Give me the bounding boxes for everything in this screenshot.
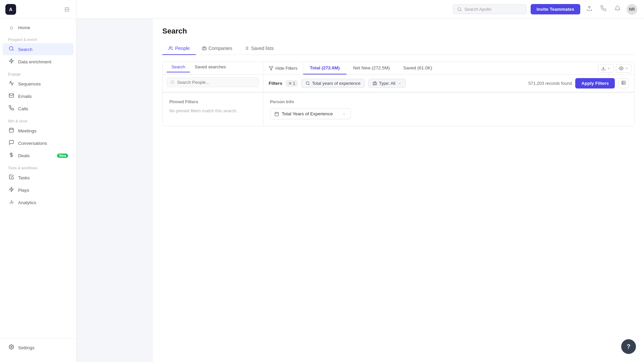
calendar-icon bbox=[274, 112, 279, 116]
page-title: Search bbox=[162, 27, 635, 36]
chevron-down-icon-2 bbox=[625, 66, 629, 70]
sub-tab-search[interactable]: Search bbox=[167, 62, 190, 72]
sidebar-item-deals[interactable]: Deals New bbox=[3, 149, 73, 162]
tab-people[interactable]: People bbox=[162, 42, 196, 55]
stat-saved-label: Saved (61.0K) bbox=[403, 65, 432, 70]
filter-chip-label: Total years of experience bbox=[312, 81, 361, 86]
tab-companies[interactable]: Companies bbox=[196, 42, 238, 55]
sidebar-item-label: Deals bbox=[18, 153, 30, 158]
sidebar-item-label: Data enrichment bbox=[18, 59, 51, 64]
main-content: Search People Companies Saved lists bbox=[153, 19, 644, 362]
filter-close-icon[interactable]: ✕ bbox=[288, 81, 292, 86]
upload-icon[interactable] bbox=[584, 3, 594, 15]
sidebar-item-label: Emails bbox=[18, 94, 32, 99]
svg-marker-23 bbox=[269, 66, 273, 70]
view-button[interactable] bbox=[616, 64, 632, 73]
filter-icon bbox=[269, 66, 273, 71]
analytics-icon bbox=[8, 199, 15, 206]
stat-tab-total[interactable]: Total (272.6M) bbox=[303, 62, 346, 74]
sidebar-item-plays[interactable]: Plays bbox=[3, 184, 73, 196]
sidebar-item-label: Search bbox=[18, 47, 33, 52]
filter-panel: Pinned Filters No pinned filters match t… bbox=[163, 92, 634, 126]
experience-filter-dropdown[interactable]: Total Years of Experience bbox=[270, 108, 351, 119]
eye-icon bbox=[619, 66, 624, 71]
deals-new-badge: New bbox=[57, 154, 68, 158]
avatar[interactable]: NR bbox=[627, 4, 637, 15]
svg-marker-1 bbox=[9, 59, 13, 63]
svg-point-26 bbox=[171, 81, 173, 83]
search-people-input[interactable] bbox=[177, 80, 255, 85]
topbar: Search Apollo Invite Teammates NR bbox=[76, 0, 644, 19]
stat-tab-net-new[interactable]: Net New (272.5M) bbox=[346, 62, 397, 74]
enrichment-icon bbox=[8, 58, 15, 65]
section-win-close: Win & close bbox=[0, 115, 76, 124]
sidebar-item-emails[interactable]: Emails bbox=[3, 90, 73, 102]
bell-icon[interactable] bbox=[612, 3, 623, 15]
sidebar-item-label: Plays bbox=[18, 188, 29, 193]
sidebar-bottom: Settings bbox=[0, 338, 76, 357]
sidebar-item-analytics[interactable]: Analytics bbox=[3, 196, 73, 208]
sequences-icon bbox=[8, 80, 15, 87]
sidebar-item-conversations[interactable]: Conversations bbox=[3, 137, 73, 149]
invite-teammates-button[interactable]: Invite Teammates bbox=[531, 4, 580, 14]
sidebar-toggle[interactable]: ⊟ bbox=[63, 4, 71, 14]
stat-total-label: Total (272.6M) bbox=[310, 65, 340, 70]
export-icon bbox=[601, 66, 606, 71]
tab-people-label: People bbox=[175, 46, 190, 51]
chevron-down-icon bbox=[607, 66, 611, 70]
home-icon: ⌂ bbox=[8, 24, 15, 31]
type-chip-label: Type: All bbox=[379, 81, 395, 86]
person-info-title: Person Info bbox=[270, 99, 628, 104]
tab-saved-lists[interactable]: Saved lists bbox=[238, 42, 280, 55]
total-years-filter-chip[interactable]: Total years of experience bbox=[301, 79, 365, 88]
stat-tab-saved[interactable]: Saved (61.0K) bbox=[396, 62, 439, 74]
sidebar-item-search[interactable]: Search bbox=[3, 43, 73, 55]
help-button[interactable]: ? bbox=[621, 339, 636, 354]
main-tabs: People Companies Saved lists bbox=[162, 42, 635, 55]
svg-point-13 bbox=[458, 7, 461, 10]
person-info-panel: Person Info Total Years of Experience bbox=[263, 93, 634, 126]
sidebar-item-calls[interactable]: Calls bbox=[3, 103, 73, 115]
sub-tab-saved-searches-label: Saved searches bbox=[195, 64, 226, 69]
sidebar-item-home[interactable]: ⌂ Home bbox=[3, 22, 73, 33]
settings-icon bbox=[8, 344, 15, 351]
svg-rect-28 bbox=[373, 82, 377, 85]
calls-icon bbox=[8, 105, 15, 112]
conversations-icon bbox=[8, 140, 15, 146]
meetings-icon bbox=[8, 127, 15, 134]
apply-filters-button[interactable]: Apply Filters bbox=[575, 78, 615, 88]
global-search[interactable]: Search Apollo bbox=[453, 4, 527, 14]
search-chip-icon bbox=[306, 81, 310, 85]
table-layout-button[interactable] bbox=[618, 78, 629, 88]
sidebar-item-tasks[interactable]: Tasks bbox=[3, 172, 73, 184]
global-search-placeholder: Search Apollo bbox=[465, 7, 491, 12]
phone-icon[interactable] bbox=[598, 3, 608, 15]
sidebar-item-label: Conversations bbox=[18, 141, 47, 146]
sidebar-item-sequences[interactable]: Sequences bbox=[3, 78, 73, 90]
experience-filter-label: Total Years of Experience bbox=[282, 111, 333, 116]
sub-tab-search-label: Search bbox=[171, 64, 185, 69]
global-search-icon bbox=[457, 7, 462, 12]
sidebar-item-settings[interactable]: Settings bbox=[3, 342, 73, 354]
deals-icon bbox=[8, 152, 15, 159]
type-filter-chip[interactable]: Type: All bbox=[368, 79, 406, 88]
export-button[interactable] bbox=[598, 64, 614, 73]
sidebar-item-label: Tasks bbox=[18, 175, 30, 180]
sidebar-item-label: Home bbox=[18, 25, 30, 30]
sidebar-header: A ⊟ bbox=[0, 0, 76, 19]
sidebar-nav: ⌂ Home Prospect & enrich Search Data enr… bbox=[0, 19, 76, 338]
logo[interactable]: A bbox=[5, 4, 16, 15]
search-nav-icon bbox=[8, 46, 15, 53]
sidebar-item-label: Analytics bbox=[18, 200, 36, 205]
sidebar-item-data-enrichment[interactable]: Data enrichment bbox=[3, 56, 73, 68]
sidebar-item-meetings[interactable]: Meetings bbox=[3, 125, 73, 137]
svg-rect-2 bbox=[9, 94, 13, 98]
section-prospect: Prospect & enrich bbox=[0, 34, 76, 43]
hide-filters-button[interactable]: Hide Filters bbox=[263, 62, 303, 74]
companies-icon bbox=[202, 46, 207, 51]
filters-label: Filters bbox=[269, 81, 282, 86]
svg-point-15 bbox=[169, 47, 171, 48]
tasks-icon bbox=[8, 174, 15, 181]
stat-net-new-label: Net New (272.5M) bbox=[353, 65, 390, 70]
sub-tab-saved-searches[interactable]: Saved searches bbox=[190, 62, 230, 72]
